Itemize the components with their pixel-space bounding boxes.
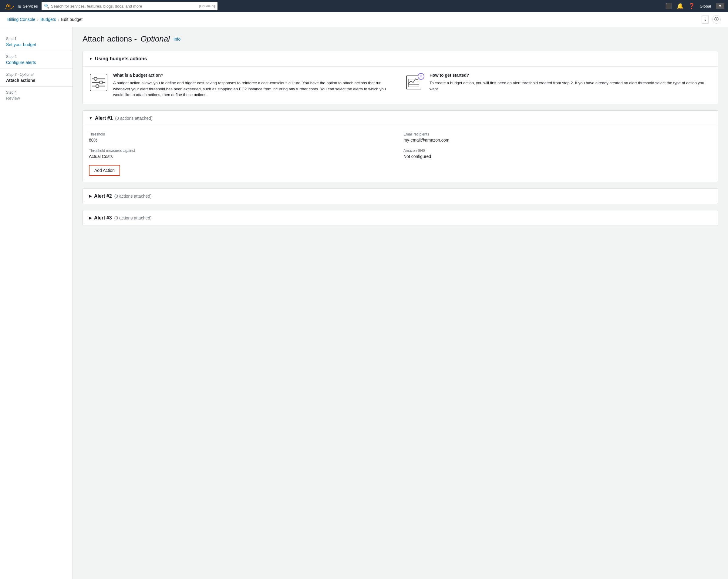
how-text: To create a budget action, you will firs… (430, 80, 712, 92)
svg-point-2 (94, 77, 97, 80)
chart-icon (405, 73, 425, 92)
breadcrumb-sep-1: › (37, 17, 39, 22)
collapse-icon-budgets[interactable]: ▼ (89, 57, 93, 61)
cloudshell-icon[interactable]: ⬛ (665, 3, 672, 9)
breadcrumb-edit-budget: Edit budget (61, 17, 82, 22)
main-content: Attach actions - Optional Info ▼ Using b… (73, 27, 728, 579)
search-shortcut: [Option+S] (199, 4, 215, 8)
step-1-label: Step 1 (6, 37, 67, 41)
alert-3-card: ▶ Alert #3 (0 actions attached) (82, 210, 718, 226)
alert-2-subtitle: (0 actions attached) (114, 194, 152, 198)
email-value: my-email@amazon.com (404, 138, 712, 142)
aws-logo[interactable] (4, 2, 15, 10)
step-3-current: Attach actions (6, 78, 67, 83)
services-menu[interactable]: ⊞ Services (18, 4, 38, 8)
how-text-block: How to get started? To create a budget a… (430, 73, 712, 98)
page-title: Attach actions - Optional Info (82, 34, 718, 44)
using-budgets-body: What is a budget action? A budget action… (83, 67, 718, 104)
svg-point-6 (96, 85, 99, 88)
region-selector[interactable]: Global (700, 4, 711, 8)
step-4-label: Step 4 (6, 90, 67, 94)
help-icon[interactable]: ❓ (688, 3, 695, 9)
svg-point-4 (100, 81, 103, 84)
threshold-measured-label: Threshold measured against (89, 148, 397, 153)
alert-1-title: Alert #1 (95, 115, 113, 121)
step-2-link[interactable]: Configure alerts (6, 60, 36, 65)
alert-1-details: Threshold 80% Email recipients my-email@… (83, 126, 718, 182)
threshold-label: Threshold (89, 132, 397, 136)
info-grid: What is a budget action? A budget action… (89, 73, 712, 98)
sliders-icon (89, 73, 108, 92)
account-menu[interactable]: ▼ (716, 3, 724, 9)
threshold-measured-value: Actual Costs (89, 154, 397, 159)
step-3: Step 3 - Optional Attach actions (0, 69, 73, 87)
breadcrumb-bar: Billing Console › Budgets › Edit budget … (0, 12, 728, 27)
info-panel-button[interactable]: ⓘ (712, 15, 721, 24)
alert-2-header[interactable]: ▶ Alert #2 (0 actions attached) (83, 189, 718, 204)
sns-block: Amazon SNS Not configured (404, 148, 712, 159)
bell-icon[interactable]: 🔔 (677, 3, 683, 9)
threshold-value: 80% (89, 138, 397, 142)
sns-value: Not configured (404, 154, 712, 159)
step-1: Step 1 Set your budget (0, 33, 73, 51)
breadcrumb-budgets[interactable]: Budgets (40, 17, 56, 22)
sns-label: Amazon SNS (404, 148, 712, 153)
step-2-label: Step 2 (6, 55, 67, 59)
collapse-icon-alert1[interactable]: ▼ (89, 116, 93, 120)
search-icon: 🔍 (44, 4, 49, 8)
info-link[interactable]: Info (174, 37, 181, 42)
alert-3-subtitle: (0 actions attached) (114, 216, 152, 220)
what-text: A budget action allows you to define and… (113, 80, 395, 98)
search-bar[interactable]: 🔍 [Option+S] (42, 2, 217, 10)
alert-1-card: ▼ Alert #1 (0 actions attached) Threshol… (82, 110, 718, 182)
step-2: Step 2 Configure alerts (0, 51, 73, 69)
threshold-measured-block: Threshold measured against Actual Costs (89, 148, 397, 159)
what-title: What is a budget action? (113, 73, 395, 78)
step-3-label: Step 3 - Optional (6, 73, 67, 77)
panel-toggle-button[interactable]: ‹ (702, 15, 709, 24)
collapse-icon-alert2[interactable]: ▶ (89, 194, 92, 198)
main-wrapper: Step 1 Set your budget Step 2 Configure … (0, 27, 728, 579)
alert-1-subtitle: (0 actions attached) (115, 116, 153, 121)
what-section: What is a budget action? A budget action… (89, 73, 395, 98)
email-label: Email recipients (404, 132, 712, 136)
grid-icon: ⊞ (18, 4, 22, 8)
step-4-inactive: Review (6, 96, 67, 101)
collapse-icon-alert3[interactable]: ▶ (89, 216, 92, 220)
breadcrumb-billing-console[interactable]: Billing Console (7, 17, 35, 22)
how-section: How to get started? To create a budget a… (405, 73, 712, 98)
what-text-block: What is a budget action? A budget action… (113, 73, 395, 98)
alert-3-title: Alert #3 (94, 215, 112, 221)
add-action-button[interactable]: Add Action (89, 165, 120, 176)
alert-2-card: ▶ Alert #2 (0 actions attached) (82, 188, 718, 204)
sidebar: Step 1 Set your budget Step 2 Configure … (0, 27, 73, 579)
top-navigation: ⊞ Services 🔍 [Option+S] ⬛ 🔔 ❓ Global ▼ (0, 0, 728, 12)
threshold-block: Threshold 80% (89, 132, 397, 142)
using-budgets-card: ▼ Using budgets actions (82, 51, 718, 104)
step-4: Step 4 Review (0, 87, 73, 104)
breadcrumb-sep-2: › (58, 17, 59, 22)
alert-1-grid: Threshold 80% Email recipients my-email@… (89, 132, 712, 159)
step-1-link[interactable]: Set your budget (6, 42, 36, 47)
alert-2-title: Alert #2 (94, 193, 112, 199)
using-budgets-header: ▼ Using budgets actions (83, 51, 718, 67)
email-block: Email recipients my-email@amazon.com (404, 132, 712, 142)
nav-right: ⬛ 🔔 ❓ Global ▼ (665, 3, 724, 9)
search-input[interactable] (51, 4, 198, 8)
alert-1-header[interactable]: ▼ Alert #1 (0 actions attached) (83, 111, 718, 126)
alert-3-header[interactable]: ▶ Alert #3 (0 actions attached) (83, 211, 718, 225)
how-title: How to get started? (430, 73, 712, 78)
